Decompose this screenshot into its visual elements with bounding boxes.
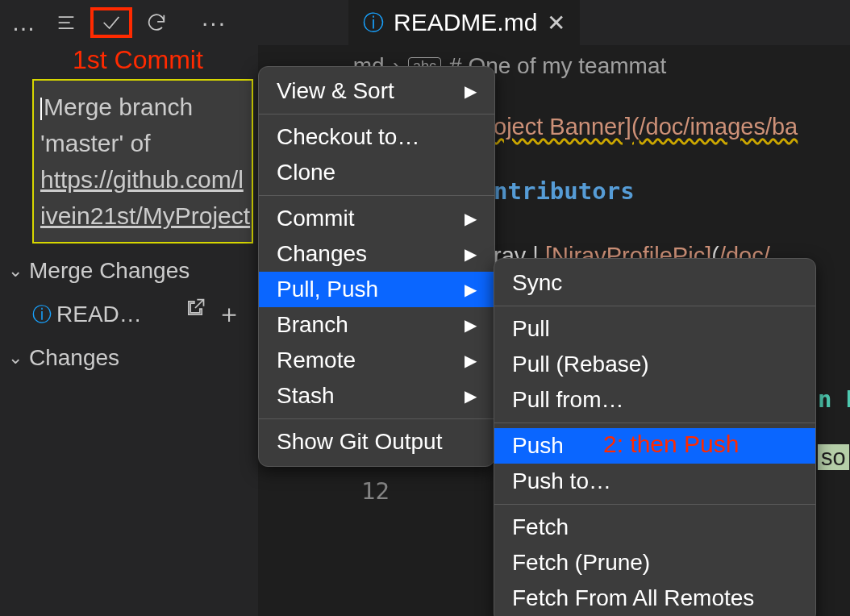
chevron-right-icon: ▶ [465,244,477,264]
menu-pull-push[interactable]: Pull, Push▶ [259,272,494,307]
section-label: Changes [29,345,119,371]
tab-bar: ⓘ README.md ✕ [258,0,850,45]
tab-title: README.md [394,9,537,36]
section-label: Merge Changes [29,258,190,284]
menu-separator [494,422,815,423]
menu-view-sort[interactable]: View & Sort▶ [259,73,494,109]
annotation-1st-commit: 1st Commit [73,45,203,75]
commit-msg-line: ivein21st/MyProject [40,198,245,234]
menu-commit[interactable]: Commit▶ [259,201,494,236]
chevron-down-icon: ⌄ [8,348,23,368]
open-file-icon[interactable] [184,297,206,332]
menu-separator [494,306,815,306]
submenu-pull-from[interactable]: Pull from… [494,382,815,418]
menu-show-git-output[interactable]: Show Git Output [259,424,494,460]
submenu-fetch[interactable]: Fetch [494,510,815,545]
changes-section[interactable]: ⌄ Changes [0,339,258,377]
info-icon: ⓘ [363,9,384,37]
ellipsis-icon[interactable]: … [6,9,42,36]
scm-sidebar: … ··· 1st Commit Merge branch 'master' o… [0,0,258,616]
submenu-fetch-all[interactable]: Fetch From All Remotes [494,581,815,616]
commit-message-input[interactable]: Merge branch 'master' of https://github.… [32,79,253,243]
editor-tab-readme[interactable]: ⓘ README.md ✕ [348,0,580,45]
commit-msg-line: https://github.com/l [40,161,245,198]
code-fragment: n R [818,385,850,413]
stage-plus-icon[interactable]: ＋ [216,297,242,332]
code-fragment: so [818,443,849,471]
menu-remote[interactable]: Remote▶ [259,343,494,378]
merge-file-row[interactable]: ⓘ READ… ＋ [0,290,258,339]
menu-separator [259,195,494,196]
menu-clone[interactable]: Clone [259,155,494,190]
menu-checkout-to[interactable]: Checkout to… [259,119,494,155]
menu-separator [259,114,494,114]
annotation-then-push: 2: then Push [603,431,739,458]
refresh-icon[interactable] [139,5,174,40]
chevron-down-icon: ⌄ [8,260,23,281]
chevron-right-icon: ▶ [465,81,477,101]
menu-branch[interactable]: Branch▶ [259,307,494,343]
scm-context-menu: View & Sort▶ Checkout to… Clone Commit▶ … [258,66,495,467]
submenu-fetch-prune[interactable]: Fetch (Prune) [494,545,815,581]
submenu-pull-rebase[interactable]: Pull (Rebase) [494,347,815,382]
file-name: READ… [56,302,142,327]
submenu-pull[interactable]: Pull [494,311,815,347]
menu-changes[interactable]: Changes▶ [259,236,494,272]
more-actions-icon[interactable]: ··· [197,9,231,36]
commit-msg-line: Merge branch [44,94,193,120]
commit-check-icon[interactable] [90,7,132,38]
merge-changes-section[interactable]: ⌄ Merge Changes [0,252,258,290]
tree-view-icon[interactable] [48,5,84,40]
menu-separator [494,504,815,505]
chevron-right-icon: ▶ [465,209,477,228]
submenu-sync[interactable]: Sync [494,265,815,301]
line-number: 12 [361,477,390,505]
chevron-right-icon: ▶ [465,386,477,406]
info-icon: ⓘ [32,302,52,327]
code-fragment: oject Banner](/doc/images/ba [494,113,798,140]
commit-msg-line: 'master' of [40,125,245,161]
chevron-right-icon: ▶ [465,280,477,299]
menu-stash[interactable]: Stash▶ [259,378,494,414]
submenu-push-to[interactable]: Push to… [494,464,815,499]
close-icon[interactable]: ✕ [547,10,565,36]
chevron-right-icon: ▶ [465,351,477,370]
menu-separator [259,418,494,419]
code-fragment: ntributors [494,177,635,205]
scm-toolbar: … ··· [0,0,258,45]
chevron-right-icon: ▶ [465,315,477,335]
